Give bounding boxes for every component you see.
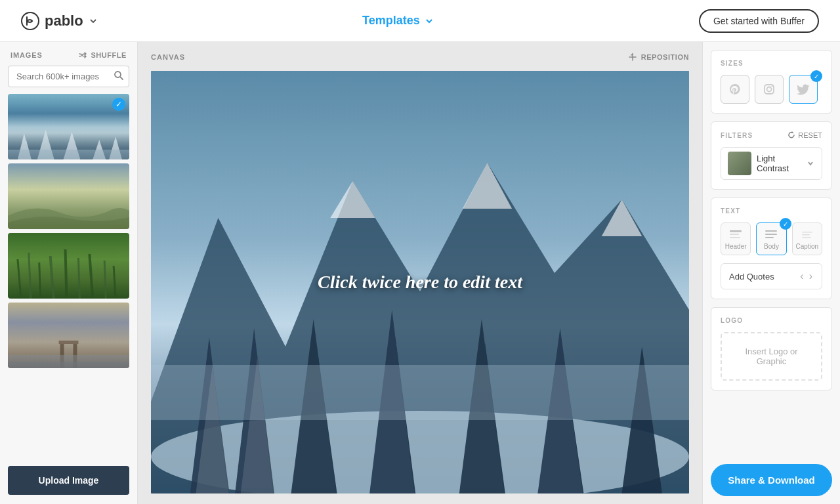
reposition-label: REPOSITION	[641, 53, 689, 61]
text-label: TEXT	[721, 207, 822, 215]
logo-insert-label: Insert Logo or Graphic	[745, 346, 797, 366]
shuffle-icon	[79, 52, 88, 58]
main-layout: IMAGES SHUFFLE ✓	[0, 42, 840, 504]
header: pablo Templates Get started with Buffer	[0, 0, 840, 42]
header-style-label: Header	[725, 243, 747, 250]
logo-text: pablo	[45, 12, 83, 30]
logo-insert-area[interactable]: Insert Logo or Graphic	[721, 332, 822, 381]
images-label: IMAGES	[10, 51, 43, 59]
svg-rect-58	[765, 234, 777, 235]
search-button[interactable]	[114, 70, 124, 83]
selected-badge: ✓	[112, 98, 125, 111]
svg-rect-56	[730, 237, 740, 238]
logo[interactable]: pablo	[21, 12, 98, 30]
svg-line-16	[66, 249, 67, 299]
svg-line-17	[78, 258, 79, 299]
svg-rect-54	[730, 230, 742, 232]
list-item[interactable]: ✓	[8, 94, 129, 159]
templates-label: Templates	[362, 14, 420, 28]
search-box	[8, 66, 129, 87]
svg-line-12	[18, 259, 21, 299]
grass-decoration	[8, 246, 129, 299]
shuffle-button[interactable]: SHUFFLE	[79, 51, 127, 59]
trees-decoration	[8, 120, 129, 159]
reposition-icon	[628, 52, 637, 62]
pablo-logo-icon	[21, 12, 39, 30]
svg-line-15	[51, 256, 54, 299]
svg-rect-61	[802, 234, 810, 236]
size-selected-check: ✓	[810, 70, 822, 82]
svg-rect-59	[765, 237, 774, 238]
svg-line-14	[39, 262, 41, 299]
body-style-label: Body	[764, 243, 779, 250]
svg-line-19	[104, 261, 106, 299]
list-item[interactable]	[8, 163, 129, 229]
text-style-caption-button[interactable]: Caption	[792, 222, 822, 255]
text-style-body-button[interactable]: ✓ Body	[756, 222, 786, 255]
sizes-row: ✓	[721, 75, 822, 104]
add-quotes-row[interactable]: Add Quotes ‹ ›	[721, 263, 822, 289]
svg-line-13	[29, 253, 31, 299]
get-started-button[interactable]: Get started with Buffer	[699, 9, 819, 33]
text-style-header-button[interactable]: Header	[721, 222, 751, 255]
quotes-arrows: ‹ ›	[799, 270, 814, 282]
upload-image-button[interactable]: Upload Image	[8, 466, 129, 495]
svg-point-0	[22, 12, 39, 30]
reset-label: RESET	[798, 131, 822, 139]
logo-label: LOGO	[721, 317, 822, 324]
header-cta: Get started with Buffer	[699, 9, 819, 33]
size-instagram-button[interactable]	[755, 75, 784, 104]
caption-style-label: Caption	[796, 243, 818, 250]
check-icon: ✓	[116, 100, 122, 109]
logo-chevron-icon	[89, 16, 98, 26]
filters-label: FILTERS	[721, 132, 753, 139]
list-item[interactable]	[8, 233, 129, 299]
caption-text-icon	[800, 228, 814, 240]
add-quotes-label: Add Quotes	[729, 272, 774, 282]
filter-dropdown[interactable]: Light Contrast	[721, 147, 822, 180]
svg-rect-11	[8, 150, 129, 159]
list-item[interactable]	[8, 303, 129, 368]
size-pinterest-button[interactable]	[721, 75, 749, 104]
twitter-icon	[796, 82, 810, 96]
filter-chevron-icon	[806, 159, 815, 168]
search-icon	[114, 70, 124, 81]
size-twitter-button[interactable]: ✓	[789, 75, 818, 104]
images-panel-header: IMAGES SHUFFLE	[0, 42, 137, 66]
reset-icon	[788, 131, 795, 139]
sizes-section: SIZES ✓	[711, 50, 832, 114]
shuffle-label: SHUFFLE	[91, 51, 127, 59]
quotes-next-button[interactable]: ›	[808, 270, 814, 282]
text-style-check: ✓	[780, 218, 791, 230]
share-download-button[interactable]: Share & Download	[711, 464, 832, 496]
quotes-prev-button[interactable]: ‹	[799, 270, 805, 282]
instagram-icon	[763, 83, 776, 96]
canvas-edit-text[interactable]: Click twice here to edit text	[318, 272, 522, 293]
templates-chevron-icon	[424, 16, 434, 26]
header-text-icon	[728, 228, 743, 240]
canvas-panel: CANVAS REPOSITION	[138, 42, 702, 504]
logo-section: LOGO Insert Logo or Graphic	[711, 307, 832, 390]
svg-rect-23	[59, 341, 79, 344]
right-panel: SIZES ✓	[702, 42, 840, 504]
svg-rect-62	[802, 237, 811, 238]
reposition-button[interactable]: REPOSITION	[628, 52, 689, 62]
pier-decoration	[8, 329, 129, 368]
filters-reset-button[interactable]: RESET	[788, 131, 822, 139]
svg-line-18	[89, 254, 93, 299]
svg-rect-50	[151, 365, 689, 420]
pinterest-icon	[728, 83, 742, 96]
image-list: ✓	[0, 94, 137, 459]
svg-line-20	[114, 266, 116, 299]
filter-thumbnail	[728, 152, 751, 175]
svg-rect-55	[730, 234, 739, 235]
filters-header: FILTERS RESET	[721, 131, 822, 139]
svg-rect-25	[8, 362, 129, 368]
text-section: TEXT Header ✓	[711, 198, 832, 299]
canvas-header: CANVAS REPOSITION	[151, 52, 689, 62]
templates-nav[interactable]: Templates	[362, 14, 434, 28]
search-input[interactable]	[8, 66, 129, 87]
canvas-area[interactable]: Click twice here to edit text	[151, 71, 689, 494]
body-text-icon	[764, 228, 778, 240]
hills-decoration	[8, 196, 129, 229]
